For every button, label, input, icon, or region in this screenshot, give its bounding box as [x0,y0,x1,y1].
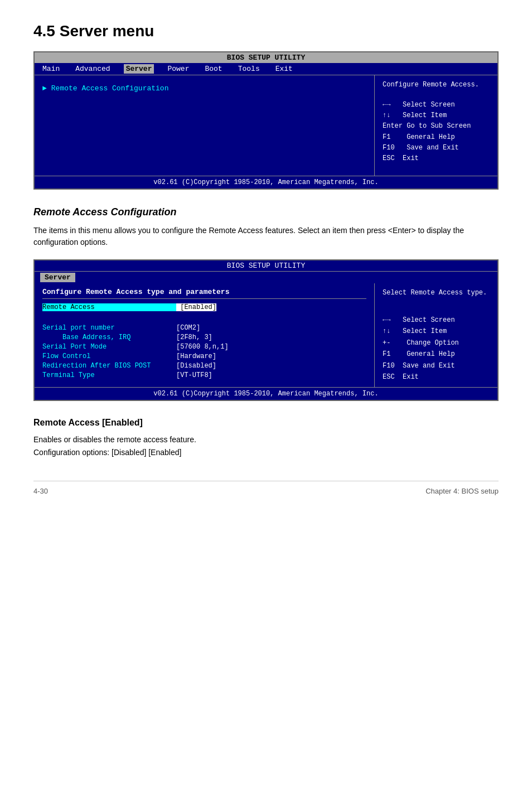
sidebar-keys-2: ←→ Select Screen ↑↓ Select Item +- Chang… [383,315,490,383]
sidebar-help-1: Configure Remote Access. [383,81,490,89]
bios-title-bar-2: BIOS SETUP UTILITY [35,260,497,272]
menu-main[interactable]: Main [40,64,62,74]
sidebar-help-2: Select Remote Access type. [383,288,490,298]
section2-desc-2: Configuration options: [Disabled] [Enabl… [33,446,499,458]
config-row-terminal: Terminal Type [VT-UTF8] [42,371,366,379]
config-row-redirection: Redirection After BIOS POST [Disabled] [42,362,366,370]
config-label-flow-control: Flow Control [42,352,176,360]
config-label-terminal: Terminal Type [42,371,176,379]
bios-screen-1: BIOS SETUP UTILITY Main Advanced Server … [33,51,499,190]
bios-footer-1: v02.61 (C)Copyright 1985-2010, American … [35,176,497,189]
bios-body-1: ► Remote Access Configuration Configure … [35,75,497,176]
config-header: Configure Remote Access type and paramet… [42,288,366,299]
section1-desc: The items in this menu allows you to con… [33,225,499,248]
config-label-remote-access: Remote Access [42,303,176,311]
config-value-serial-mode: [57600 8,n,1] [176,343,229,351]
menu-tools[interactable]: Tools [236,64,262,74]
bios-title-bar-1: BIOS SETUP UTILITY [35,52,497,63]
bios-sidebar-1: Configure Remote Access. ←→ Select Scree… [375,75,497,176]
config-row-base-address: Base Address, IRQ [2F8h, 3] [42,334,366,341]
config-row-serial-mode: Serial Port Mode [57600 8,n,1] [42,343,366,351]
bios-body-2: Configure Remote Access type and paramet… [35,283,497,387]
menu-power[interactable]: Power [165,64,191,74]
bios-sidebar-2: Select Remote Access type. ←→ Select Scr… [375,283,497,387]
config-value-remote-access: [Enabled] [176,303,216,311]
config-row-remote-access[interactable]: Remote Access [Enabled] [42,303,366,311]
config-value-terminal: [VT-UTF8] [176,371,212,379]
section2-title: Remote Access [Enabled] [33,418,499,428]
server-tab-label: Server [40,273,75,282]
remote-access-label: Remote Access Configuration [51,84,169,93]
menu-advanced[interactable]: Advanced [73,64,112,74]
footer-right: Chapter 4: BIOS setup [425,487,499,495]
bios-main-1: ► Remote Access Configuration [35,75,375,176]
config-value-base-address: [2F8h, 3] [176,334,212,341]
page-footer: 4-30 Chapter 4: BIOS setup [33,481,499,495]
sidebar-keys-1: ←→ Select Screen ↑↓ Select Item Enter Go… [383,100,490,164]
config-row-flow-control: Flow Control [Hardware] [42,352,366,360]
page-title: 4.5 Server menu [33,22,499,40]
bios-main-2: Configure Remote Access type and paramet… [35,283,375,387]
config-label-serial-mode: Serial Port Mode [42,343,176,351]
footer-left: 4-30 [33,487,48,495]
config-value-serial-port: [COM2] [176,324,200,332]
menu-boot[interactable]: Boot [202,64,224,74]
section1-title: Remote Access Configuration [33,206,499,218]
bios-screen-2: BIOS SETUP UTILITY Server Configure Remo… [33,259,499,401]
remote-access-config-item[interactable]: ► Remote Access Configuration [42,84,366,93]
spacer [42,313,366,322]
menu-exit[interactable]: Exit [273,64,295,74]
config-value-flow-control: [Hardware] [176,352,216,360]
bios-footer-2: v02.61 (C)Copyright 1985-2010, American … [35,387,497,400]
arrow-icon: ► [42,84,47,93]
bios-menu-bar-1: Main Advanced Server Power Boot Tools Ex… [35,63,497,75]
config-label-base-address: Base Address, IRQ [42,334,176,341]
server-tab-row: Server [35,272,497,283]
menu-server[interactable]: Server [124,64,154,74]
section2-desc-1: Enables or disables the remote access fe… [33,433,499,446]
config-value-redirection: [Disabled] [176,362,216,370]
config-row-serial-port: Serial port number [COM2] [42,324,366,332]
config-label-serial-port: Serial port number [42,324,176,332]
config-label-redirection: Redirection After BIOS POST [42,362,176,370]
